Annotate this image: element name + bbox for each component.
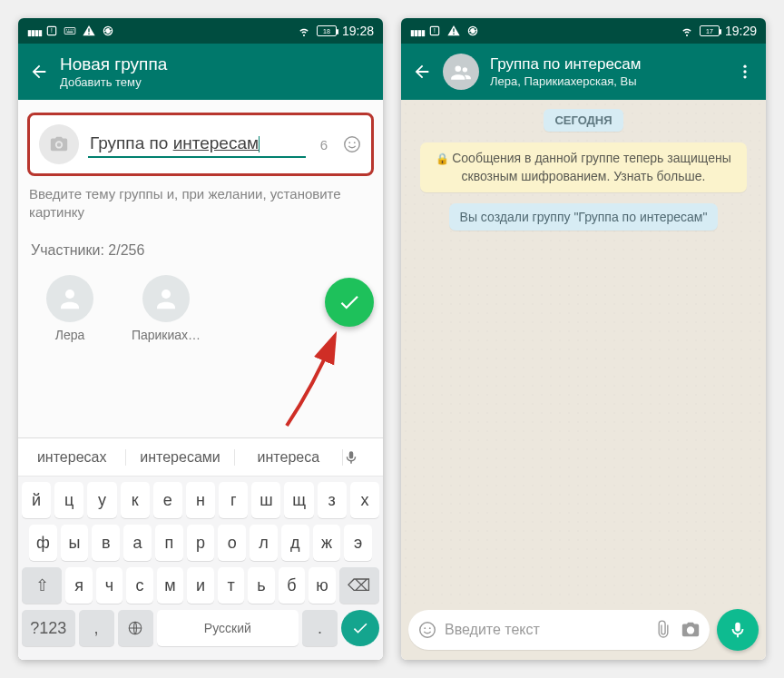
svg-point-11 (345, 137, 360, 152)
confirm-fab[interactable] (325, 278, 374, 327)
status-time: 19:29 (725, 24, 757, 38)
group-name-input[interactable]: Группа по интересам (88, 131, 306, 158)
avatar (46, 275, 93, 322)
chat-input[interactable]: Введите текст (408, 610, 710, 650)
svg-point-30 (429, 627, 431, 629)
key[interactable]: й (22, 482, 51, 518)
key[interactable]: у (87, 482, 116, 518)
chat-input-placeholder: Введите текст (445, 622, 646, 638)
participant[interactable]: Лера (34, 275, 105, 342)
key[interactable]: б (279, 567, 306, 604)
keyboard: интересах интересами интереса йцукенгшщз… (18, 437, 383, 660)
svg-text:!: ! (51, 27, 53, 34)
key[interactable]: и (187, 567, 214, 604)
svg-rect-7 (67, 32, 74, 33)
key[interactable]: ж (313, 525, 341, 561)
more-icon[interactable] (735, 62, 755, 82)
suggestion[interactable]: интересами (126, 449, 234, 466)
statusbar-left: ! 18 19:28 (18, 18, 383, 44)
svg-point-15 (65, 290, 74, 299)
key[interactable]: ⌫ (339, 567, 379, 604)
svg-point-13 (354, 142, 356, 143)
chat-title[interactable]: Группа по интересам (490, 55, 641, 74)
key[interactable]: р (187, 525, 215, 561)
keyboard-icon (64, 25, 76, 37)
key[interactable]: ц (54, 482, 83, 518)
toolbar-right: Группа по интересам Лера, Парикиахерская… (401, 44, 766, 100)
key[interactable]: п (155, 525, 183, 561)
emoji-button[interactable] (342, 134, 362, 154)
encryption-notice[interactable]: 🔒Сообщения в данной группе теперь защище… (420, 142, 747, 192)
participants-list: Лера Парикиах… (27, 275, 374, 342)
key[interactable]: ч (96, 567, 123, 604)
svg-point-27 (743, 75, 746, 78)
key[interactable]: , (79, 610, 114, 646)
key[interactable]: Русский (157, 610, 299, 646)
key[interactable]: я (65, 567, 93, 604)
suggestion[interactable]: интересах (18, 449, 126, 466)
participants-label: Участники: 2/256 (27, 242, 374, 259)
key[interactable]: с (126, 567, 153, 604)
svg-point-26 (743, 70, 746, 73)
svg-text:!: ! (434, 27, 436, 34)
sync-icon (102, 25, 114, 37)
mic-icon[interactable] (343, 449, 383, 466)
key[interactable]: э (344, 525, 372, 561)
key[interactable]: ы (61, 525, 89, 561)
svg-rect-2 (64, 28, 75, 34)
mic-button[interactable] (717, 609, 759, 651)
chat-body: СЕГОДНЯ 🔒Сообщения в данной группе тепер… (401, 100, 766, 604)
svg-point-6 (73, 29, 74, 30)
key[interactable]: ⇧ (22, 567, 62, 604)
key[interactable]: ф (29, 525, 57, 561)
svg-rect-8 (88, 28, 89, 32)
key[interactable]: ?123 (22, 610, 75, 646)
key[interactable]: х (350, 482, 379, 518)
key[interactable]: ш (251, 482, 280, 518)
emoji-icon[interactable] (417, 620, 437, 640)
key[interactable]: н (186, 482, 215, 518)
system-message: Вы создали группу "Группа по интересам" (449, 203, 719, 231)
key[interactable]: м (157, 567, 184, 604)
key[interactable]: ю (309, 567, 336, 604)
chat-subtitle: Лера, Парикиахерская, Вы (490, 74, 641, 88)
battery-icon: 17 (700, 25, 720, 36)
key[interactable]: з (318, 482, 347, 518)
participant-name: Парикиах… (132, 328, 201, 342)
key[interactable]: ь (248, 567, 275, 604)
signal-icon (27, 25, 40, 37)
globe-key[interactable] (118, 610, 153, 646)
key[interactable]: д (281, 525, 309, 561)
toolbar-left: Новая группа Добавить тему (18, 44, 383, 100)
participant[interactable]: Парикиах… (131, 275, 201, 342)
attach-icon[interactable] (653, 620, 673, 640)
statusbar-right: ! 17 19:29 (401, 18, 766, 44)
key[interactable]: т (218, 567, 245, 604)
suggestion[interactable]: интереса (235, 449, 343, 466)
enter-key[interactable] (341, 610, 379, 646)
svg-point-25 (743, 65, 746, 68)
key[interactable]: к (121, 482, 150, 518)
svg-rect-9 (88, 34, 89, 34)
svg-point-28 (420, 623, 436, 638)
page-subtitle: Добавить тему (60, 75, 167, 89)
key[interactable]: е (153, 482, 182, 518)
key[interactable]: г (219, 482, 248, 518)
signal-icon (410, 25, 423, 37)
key[interactable]: л (250, 525, 278, 561)
svg-point-16 (162, 290, 171, 299)
hint-text: Введите тему группы и, при желании, уста… (27, 185, 374, 222)
svg-rect-21 (453, 34, 454, 34)
key[interactable]: о (218, 525, 246, 561)
svg-point-4 (68, 29, 69, 30)
key[interactable]: щ (284, 482, 313, 518)
key[interactable]: . (302, 610, 338, 646)
group-photo-button[interactable] (39, 124, 79, 164)
group-avatar[interactable] (443, 54, 479, 90)
back-icon[interactable] (412, 62, 432, 82)
key[interactable]: в (92, 525, 120, 561)
back-icon[interactable] (29, 62, 49, 82)
camera-icon[interactable] (681, 620, 701, 640)
phone-left: ! 18 19:28 Новая группа Добавить (18, 18, 383, 660)
key[interactable]: а (123, 525, 152, 561)
